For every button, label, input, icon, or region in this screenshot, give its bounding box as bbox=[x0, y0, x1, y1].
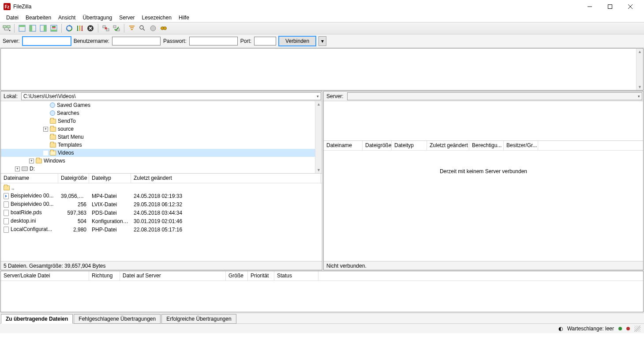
file-icon bbox=[4, 201, 9, 208]
folder-icon bbox=[50, 119, 56, 124]
svg-marker-23 bbox=[77, 30, 79, 31]
quickconnect-bar: Server: Benutzername: Passwort: Port: Ve… bbox=[0, 34, 644, 48]
scrollbar[interactable]: ▲▼ bbox=[636, 49, 643, 90]
svg-marker-9 bbox=[9, 30, 11, 31]
toggle-log-icon[interactable] bbox=[17, 23, 27, 33]
menu-hilfe[interactable]: Hilfe bbox=[175, 14, 193, 22]
column-header[interactable]: Dateigröße bbox=[58, 174, 89, 183]
port-input[interactable] bbox=[254, 37, 276, 45]
transfer-queue[interactable]: Server/Lokale DateiRichtungDatei auf Ser… bbox=[0, 271, 644, 312]
tree-item-label: D: bbox=[30, 166, 35, 172]
local-tree[interactable]: Saved GamesSearchesSendTo+sourceStart Me… bbox=[1, 101, 322, 174]
cancel-icon[interactable] bbox=[86, 23, 95, 33]
maximize-button[interactable] bbox=[600, 0, 620, 13]
filter-icon[interactable] bbox=[127, 23, 137, 33]
expand-icon[interactable]: + bbox=[15, 167, 20, 171]
column-header[interactable]: Zuletzt geändert bbox=[131, 174, 321, 183]
menu-bearbeiten[interactable]: Bearbeiten bbox=[22, 14, 55, 22]
remote-tree[interactable] bbox=[324, 101, 643, 141]
column-header[interactable]: Dateityp bbox=[392, 141, 427, 150]
toggle-remotetree-icon[interactable] bbox=[38, 23, 48, 33]
column-header[interactable]: Richtung bbox=[89, 271, 120, 280]
svg-rect-35 bbox=[113, 26, 116, 28]
column-header[interactable]: Zuletzt geändert bbox=[427, 141, 469, 150]
local-status: 5 Dateien. Gesamtgröße: 39,657,904 Bytes bbox=[1, 261, 322, 270]
expand-icon[interactable]: + bbox=[43, 127, 48, 132]
tree-item[interactable]: +source bbox=[1, 125, 322, 133]
remote-file-list[interactable]: DateinameDateigrößeDateitypZuletzt geänd… bbox=[324, 141, 643, 261]
file-row[interactable]: .. bbox=[1, 183, 322, 192]
password-input[interactable] bbox=[189, 37, 238, 45]
tree-item[interactable]: Templates bbox=[1, 141, 322, 149]
search-remote-icon[interactable] bbox=[159, 23, 168, 33]
queue-tab[interactable]: Zu übertragende Dateien bbox=[1, 314, 73, 324]
svg-marker-27 bbox=[81, 30, 83, 31]
folder-icon bbox=[50, 143, 56, 148]
disconnect-icon[interactable] bbox=[101, 23, 111, 33]
quickconnect-dropdown[interactable]: ▾ bbox=[318, 36, 326, 46]
file-row[interactable]: LocalConfigurat...2,980PHP-Datei22.08.20… bbox=[1, 225, 322, 234]
file-row[interactable]: desktop.ini504Konfigurations...30.01.201… bbox=[1, 217, 322, 225]
menu-server[interactable]: Server bbox=[116, 14, 138, 22]
compare-icon[interactable] bbox=[138, 23, 147, 33]
local-file-list[interactable]: DateinameDateigrößeDateitypZuletzt geänd… bbox=[1, 174, 322, 261]
tree-item[interactable]: Videos bbox=[1, 149, 322, 157]
tree-item[interactable]: SendTo bbox=[1, 117, 322, 125]
tree-item[interactable]: +D: bbox=[1, 165, 322, 173]
refresh-icon[interactable] bbox=[64, 23, 74, 33]
file-row[interactable]: boatRide.pds597,363PDS-Datei24.05.2018 0… bbox=[1, 208, 322, 217]
special-folder-icon bbox=[50, 102, 55, 108]
column-header[interactable]: Dateigröße bbox=[363, 141, 392, 150]
tree-item[interactable]: Saved Games bbox=[1, 101, 322, 109]
minimize-button[interactable] bbox=[580, 0, 600, 13]
close-button[interactable] bbox=[620, 0, 640, 13]
menu-übertragung[interactable]: Übertragung bbox=[79, 14, 116, 22]
tree-item[interactable]: Searches bbox=[1, 109, 322, 117]
menu-datei[interactable]: Datei bbox=[3, 14, 22, 22]
toggle-queue-icon[interactable] bbox=[49, 23, 59, 33]
activity-led-recv-icon bbox=[618, 327, 622, 330]
collapse-icon bbox=[43, 119, 48, 124]
column-header[interactable]: Dateityp bbox=[89, 174, 131, 183]
column-header[interactable]: Besitzer/Gr... bbox=[504, 141, 538, 150]
collapse-icon bbox=[43, 151, 48, 155]
column-header[interactable]: Server/Lokale Datei bbox=[1, 271, 89, 280]
file-modified: 24.05.2018 02:19:33 bbox=[131, 193, 321, 199]
remote-path-combo[interactable]: ▾ bbox=[347, 92, 642, 100]
column-header[interactable]: Status bbox=[274, 271, 318, 280]
sync-browse-icon[interactable] bbox=[148, 23, 158, 33]
expand-icon[interactable]: + bbox=[29, 159, 34, 163]
sitemanager-icon[interactable] bbox=[2, 23, 11, 33]
reconnect-icon[interactable] bbox=[112, 23, 121, 33]
menu-ansicht[interactable]: Ansicht bbox=[55, 14, 79, 22]
file-row[interactable]: Beispielvideo 00...39,056,801MP4-Datei24… bbox=[1, 192, 322, 200]
column-header[interactable]: Dateiname bbox=[324, 141, 363, 150]
collapse-icon bbox=[43, 103, 48, 108]
local-path-combo[interactable]: C:\Users\User\Videos\ ▾ bbox=[21, 92, 321, 100]
remote-status: Nicht verbunden. bbox=[324, 261, 643, 270]
file-modified: 24.05.2018 03:44:34 bbox=[131, 210, 321, 216]
column-header[interactable]: Datei auf Server bbox=[120, 271, 226, 280]
file-row[interactable]: Beispielvideo 00...256LVIX-Datei29.05.20… bbox=[1, 200, 322, 208]
username-input[interactable] bbox=[112, 37, 161, 45]
column-header[interactable]: Dateiname bbox=[1, 174, 58, 183]
tree-item[interactable]: Start Menu bbox=[1, 133, 322, 141]
queue-tab[interactable]: Fehlgeschlagene Übertragungen bbox=[74, 314, 161, 324]
folder-icon bbox=[50, 127, 56, 132]
file-icon bbox=[4, 227, 9, 233]
server-input[interactable] bbox=[22, 37, 71, 45]
toggle-localtree-icon[interactable] bbox=[28, 23, 37, 33]
tree-item-label: SendTo bbox=[58, 118, 76, 124]
app-logo-icon: Fz bbox=[4, 3, 11, 10]
process-queue-icon[interactable] bbox=[75, 23, 85, 33]
scrollbar[interactable]: ▲▼ bbox=[315, 101, 322, 173]
queue-tab[interactable]: Erfolgreiche Übertragungen bbox=[161, 314, 236, 324]
message-log[interactable]: ▲▼ bbox=[0, 48, 644, 91]
tree-item-label: Start Menu bbox=[58, 134, 84, 140]
column-header[interactable]: Größe bbox=[226, 271, 248, 280]
connect-button[interactable]: Verbinden bbox=[279, 36, 316, 46]
tree-item[interactable]: +Windows bbox=[1, 157, 322, 165]
column-header[interactable]: Berechtigu... bbox=[469, 141, 504, 150]
column-header[interactable]: Priorität bbox=[248, 271, 274, 280]
menu-lesezeichen[interactable]: Lesezeichen bbox=[138, 14, 175, 22]
